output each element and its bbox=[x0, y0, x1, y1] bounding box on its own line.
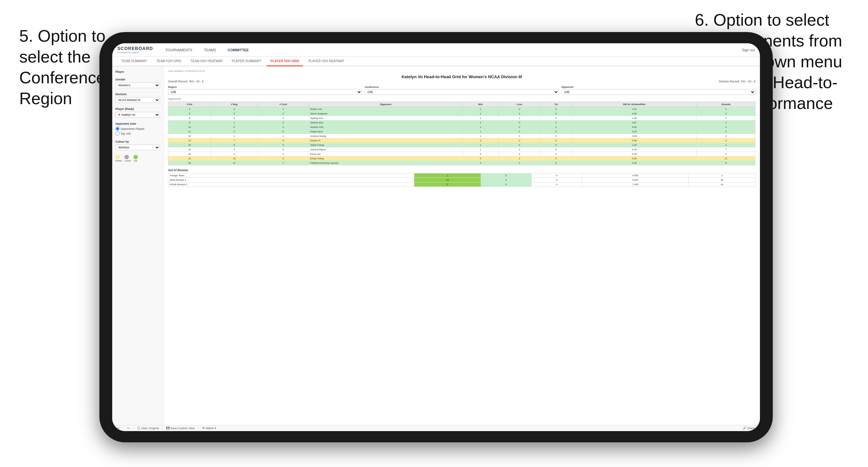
table-cell: 4 bbox=[697, 143, 755, 148]
sidebar-player-section: Player bbox=[116, 70, 160, 73]
table-cell: 10 bbox=[211, 156, 258, 161]
subnav-player-h2h-grid[interactable]: PLAYER H2H GRID bbox=[267, 57, 303, 66]
th-loss: Loss bbox=[499, 102, 540, 107]
conference-filter-select[interactable]: (All) bbox=[365, 89, 559, 95]
toolbar-redo[interactable]: ↪ bbox=[127, 427, 129, 430]
main-table-body: 331Esther Lee1001.504522Alexis Sudjianto… bbox=[168, 107, 755, 165]
table-row: 1474Eunice Yi2200.389 bbox=[168, 138, 755, 143]
radio-opponents-played[interactable]: Opponents Played bbox=[116, 127, 160, 131]
player-rank-select[interactable]: 8. Katelyn Vo bbox=[116, 112, 160, 118]
logo-text: SCOREBOARD bbox=[117, 46, 153, 51]
table-cell: 3 bbox=[697, 129, 755, 134]
toolbar-save-custom[interactable]: 💾 Save Custom View bbox=[166, 427, 195, 430]
sidebar-player-rank-label: Player (Rank) bbox=[116, 107, 160, 111]
gender-select[interactable]: Women's bbox=[116, 82, 160, 88]
table-cell: 0 bbox=[540, 143, 572, 148]
colour-select[interactable]: Win/loss bbox=[116, 145, 160, 150]
opponent-filter-select[interactable]: (All) bbox=[561, 89, 755, 95]
app-content: SCOREBOARD Powered by clippd TOURNAMENTS… bbox=[112, 43, 760, 431]
out-table-cell: 0 bbox=[531, 178, 582, 182]
table-cell: 0 bbox=[540, 129, 572, 134]
subnav-player-h2h-heatmap[interactable]: PLAYER H2H HEATMAP bbox=[304, 57, 348, 66]
radio-group: Opponents Played Top 100 bbox=[116, 127, 160, 135]
subnav-team-h2h-grid[interactable]: TEAM H2H GRID bbox=[153, 57, 185, 66]
table-cell: 6 bbox=[257, 148, 309, 152]
sidebar-division-section: Division NCAA Division III bbox=[116, 93, 160, 103]
table-cell: 1 bbox=[257, 107, 309, 112]
logo-sub: Powered by clippd bbox=[117, 51, 153, 54]
table-cell: -5.00 bbox=[572, 152, 697, 156]
table-row: 633Sydney Kuo110-1.003 bbox=[168, 116, 755, 121]
table-cell: 3.67 bbox=[572, 121, 697, 125]
content-area: Last Updated: 27/03/2024 16:34 Katelyn V… bbox=[163, 66, 760, 425]
sidebar-colour-section: Colour by Win/loss bbox=[116, 140, 160, 150]
table-cell: 1 bbox=[257, 134, 309, 138]
table-cell: 1 bbox=[462, 148, 498, 152]
table-cell: Jessica Mason bbox=[309, 148, 462, 152]
table-cell: 11 bbox=[211, 161, 258, 165]
table-cell: 13 bbox=[168, 134, 211, 138]
main-data-table: # Div # Reg # Conf Opponent Win Loss Tie… bbox=[168, 102, 755, 165]
division-select[interactable]: NCAA Division III bbox=[116, 97, 160, 103]
table-cell: 3 bbox=[211, 107, 258, 112]
th-reg: # Reg bbox=[211, 102, 258, 107]
table-cell: 0.38 bbox=[572, 138, 697, 143]
table-cell: 4 bbox=[257, 138, 309, 143]
table-cell: 1 bbox=[211, 121, 258, 125]
tablet-frame: SCOREBOARD Powered by clippd TOURNAMENTS… bbox=[99, 32, 773, 442]
table-cell: 0 bbox=[462, 152, 498, 156]
table-cell: 3 bbox=[211, 148, 258, 152]
table-cell: 0 bbox=[499, 143, 540, 148]
table-cell: 2 bbox=[257, 152, 309, 156]
table-cell: 7 bbox=[257, 161, 309, 165]
subnav-team-h2h-heatmap[interactable]: TEAM H2H HEATMAP bbox=[187, 57, 227, 66]
dot-level bbox=[124, 155, 129, 159]
table-cell: 0 bbox=[499, 125, 540, 129]
nav-tournaments[interactable]: TOURNAMENTS bbox=[162, 47, 195, 53]
table-cell: 5 bbox=[257, 129, 309, 134]
nav-teams[interactable]: TEAMS bbox=[202, 47, 219, 53]
table-cell: 3 bbox=[168, 107, 211, 112]
toolbar-share[interactable]: 🔗 Share bbox=[743, 427, 755, 430]
table-cell: 1.33 bbox=[572, 161, 697, 165]
filter-opponent-group: Opponent (All) bbox=[561, 86, 755, 95]
toolbar-watch[interactable]: 👁 Watch ▾ bbox=[202, 427, 216, 430]
subnav-player-summary[interactable]: PLAYER SUMMARY bbox=[228, 57, 265, 66]
table-cell: 3 bbox=[211, 116, 258, 121]
table-cell: 0 bbox=[540, 161, 572, 165]
subnav-team-summary[interactable]: TEAM SUMMARY bbox=[117, 57, 151, 66]
table-cell: 0 bbox=[499, 121, 540, 125]
out-table-cell: 2 bbox=[689, 174, 755, 178]
table-cell: 10 bbox=[168, 125, 211, 129]
toolbar-undo[interactable]: ↩ bbox=[117, 427, 120, 430]
records-row: Overall Record: 353 - 34 - 6 Division Re… bbox=[168, 80, 755, 83]
table-cell: Federica Domecq Lacroze bbox=[309, 161, 462, 165]
filter-conference-group: Conference (All) bbox=[365, 86, 559, 95]
table-cell: 15 bbox=[168, 143, 211, 148]
radio-top100[interactable]: Top 100 bbox=[116, 131, 160, 135]
sign-out[interactable]: Sign out bbox=[742, 48, 755, 52]
table-cell: 1 bbox=[499, 156, 540, 161]
region-filter-select[interactable]: (All) bbox=[168, 89, 362, 95]
dot-down-label: Down bbox=[116, 159, 122, 162]
th-tie: Tie bbox=[540, 102, 572, 107]
sidebar-opponent-view-section: Opponent view Opponents Played Top 100 bbox=[116, 122, 160, 135]
out-table-cell: 7.400 bbox=[582, 182, 689, 187]
last-updated: Last Updated: 27/03/2024 16:34 bbox=[168, 69, 755, 72]
table-cell: -0.94 bbox=[572, 148, 697, 152]
table-cell: 0 bbox=[540, 116, 572, 121]
table-cell: 2 bbox=[462, 138, 498, 143]
table-cell: Sharon Mun bbox=[309, 121, 462, 125]
table-cell: Eunice Yi bbox=[309, 138, 462, 143]
table-cell: 2 bbox=[462, 125, 498, 129]
table-cell: 0 bbox=[540, 138, 572, 143]
table-header-row: # Div # Reg # Conf Opponent Win Loss Tie… bbox=[168, 102, 755, 107]
table-cell: 0 bbox=[540, 134, 572, 138]
table-cell: 1 bbox=[462, 134, 498, 138]
table-row: 19106Emily Chang4100.3011 bbox=[168, 156, 755, 161]
toolbar-view-original[interactable]: 📋 View: Original bbox=[137, 427, 159, 430]
nav-committee[interactable]: COMMITTEE bbox=[225, 47, 251, 53]
table-row: 331Esther Lee1001.504 bbox=[168, 107, 755, 112]
radio-top100-label: Top 100 bbox=[121, 132, 131, 135]
filter-opponent-label: Opponent bbox=[561, 86, 755, 89]
